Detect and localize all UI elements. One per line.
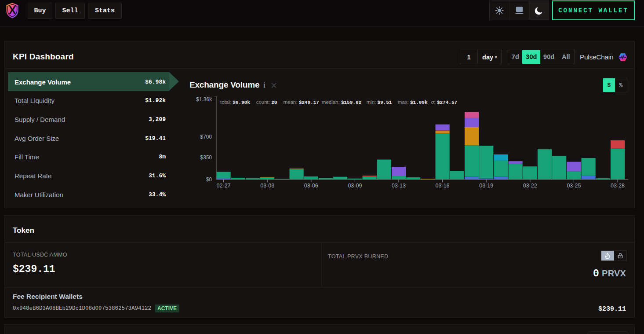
svg-text:03-19: 03-19 [479, 183, 493, 189]
svg-text:02-27: 02-27 [217, 183, 231, 189]
svg-text:03-06: 03-06 [304, 183, 318, 189]
svg-text:X: X [9, 4, 16, 16]
svg-text:03-03: 03-03 [260, 183, 274, 189]
svg-text:03-09: 03-09 [348, 183, 362, 189]
svg-text:03-22: 03-22 [523, 183, 537, 189]
svg-text:$700: $700 [200, 134, 212, 140]
svg-text:03-28: 03-28 [611, 183, 625, 189]
svg-text:$350: $350 [200, 154, 212, 161]
svg-text:$1.36k: $1.36k [196, 96, 212, 103]
svg-text:03-16: 03-16 [436, 183, 450, 189]
svg-text:$0: $0 [206, 176, 212, 183]
svg-text:03-25: 03-25 [567, 183, 581, 189]
svg-text:03-13: 03-13 [392, 183, 406, 189]
